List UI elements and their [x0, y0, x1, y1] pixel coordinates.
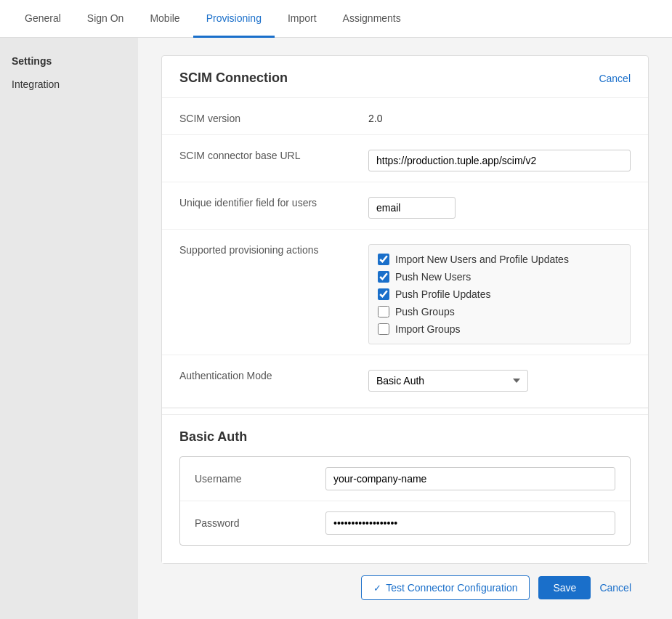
checkbox-import-new-users[interactable]: Import New Users and Profile Updates [378, 251, 621, 268]
top-nav: General Sign On Mobile Provisioning Impo… [0, 0, 672, 38]
tab-sign-on[interactable]: Sign On [74, 1, 137, 38]
unique-id-value-container [368, 193, 631, 219]
sidebar-item-integration[interactable]: Integration [0, 73, 138, 96]
password-label: Password [195, 517, 325, 529]
checkbox-push-new-users-label: Push New Users [395, 271, 471, 283]
auth-mode-value-container: Basic Auth [368, 365, 631, 392]
unique-id-input[interactable] [368, 197, 456, 219]
unique-id-label: Unique identifier field for users [179, 193, 368, 209]
username-row: Username [180, 457, 630, 501]
auth-mode-row: Authentication Mode Basic Auth [162, 355, 648, 402]
password-input[interactable] [325, 511, 615, 535]
sidebar: Settings Integration [0, 38, 138, 619]
password-row: Password [180, 501, 630, 545]
tab-mobile[interactable]: Mobile [137, 1, 193, 38]
layout: Settings Integration SCIM Connection Can… [0, 38, 672, 619]
checkbox-push-new-users-input[interactable] [378, 271, 389, 283]
auth-mode-select[interactable]: Basic Auth [368, 370, 528, 392]
scim-section-title: SCIM Connection [179, 70, 288, 86]
checkbox-push-groups[interactable]: Push Groups [378, 303, 621, 320]
checkbox-push-groups-input[interactable] [378, 306, 389, 317]
checkbox-import-groups-input[interactable] [378, 323, 389, 335]
checkbox-import-groups[interactable]: Import Groups [378, 320, 621, 338]
scim-version-row: SCIM version 2.0 [162, 97, 648, 134]
provisioning-actions-checkboxes: Import New Users and Profile Updates Pus… [368, 240, 631, 344]
checkbox-push-new-users[interactable]: Push New Users [378, 268, 621, 286]
save-button[interactable]: Save [538, 576, 591, 599]
basic-auth-title: Basic Auth [179, 429, 631, 445]
username-input[interactable] [325, 467, 615, 490]
scim-version-value: 2.0 [368, 108, 631, 124]
scim-cancel-link[interactable]: Cancel [599, 73, 631, 84]
main-content: SCIM Connection Cancel SCIM version 2.0 … [138, 38, 672, 619]
scim-connection-card: SCIM Connection Cancel SCIM version 2.0 … [161, 55, 649, 564]
test-connector-label: Test Connector Configuration [386, 582, 517, 594]
connector-url-row: SCIM connector base URL [162, 134, 648, 182]
connector-url-input[interactable] [368, 150, 631, 171]
checkbox-import-new-users-label: Import New Users and Profile Updates [395, 254, 569, 265]
scim-version-label: SCIM version [179, 108, 368, 124]
test-connector-button[interactable]: ✓ Test Connector Configuration [361, 575, 530, 600]
section-divider [162, 408, 648, 408]
tab-import[interactable]: Import [275, 1, 330, 38]
scim-section-header: SCIM Connection Cancel [162, 56, 648, 97]
username-label: Username [195, 473, 325, 485]
checkbox-group: Import New Users and Profile Updates Pus… [368, 244, 631, 344]
provisioning-actions-row: Supported provisioning actions Import Ne… [162, 229, 648, 355]
tab-general[interactable]: General [12, 1, 74, 38]
checkbox-import-new-users-input[interactable] [378, 254, 389, 265]
unique-id-row: Unique identifier field for users [162, 182, 648, 229]
connector-url-label: SCIM connector base URL [179, 145, 368, 161]
checkbox-push-profile-updates[interactable]: Push Profile Updates [378, 286, 621, 303]
checkbox-push-groups-label: Push Groups [395, 306, 455, 317]
checkbox-push-profile-updates-input[interactable] [378, 288, 389, 300]
basic-auth-card: Username Password [179, 456, 631, 546]
checkbox-push-profile-updates-label: Push Profile Updates [395, 288, 491, 300]
tab-provisioning[interactable]: Provisioning [193, 1, 275, 38]
sidebar-heading: Settings [0, 49, 138, 73]
checkbox-import-groups-label: Import Groups [395, 323, 460, 335]
connector-url-value-container [368, 145, 631, 171]
provisioning-actions-label: Supported provisioning actions [179, 240, 368, 256]
action-bar: ✓ Test Connector Configuration Save Canc… [161, 564, 649, 612]
tab-assignments[interactable]: Assignments [330, 1, 414, 38]
checkmark-icon: ✓ [373, 583, 381, 594]
cancel-button[interactable]: Cancel [599, 582, 631, 594]
auth-mode-label: Authentication Mode [179, 365, 368, 381]
basic-auth-section: Basic Auth Username Password [162, 414, 648, 563]
